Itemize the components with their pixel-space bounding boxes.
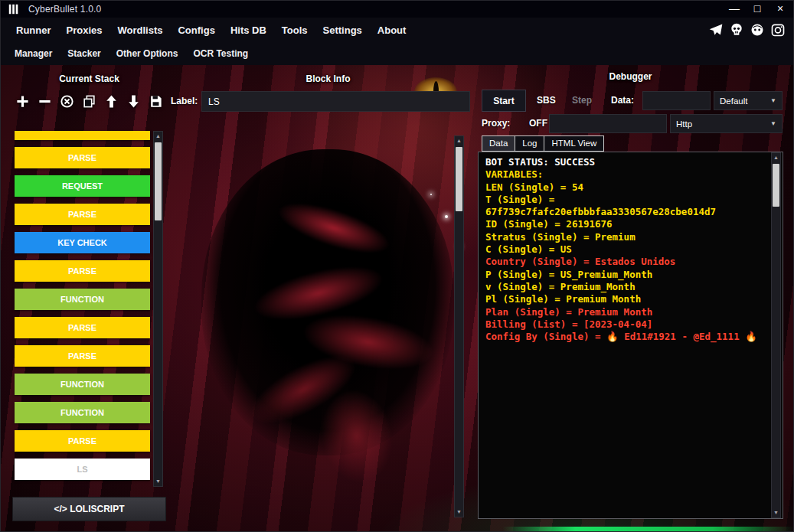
scroll-up-icon[interactable]: ▲	[455, 136, 463, 145]
tab-data[interactable]: Data	[482, 135, 515, 152]
log-line: Config By (Single) = 🔥 Ed11#1921 - @Ed_1…	[485, 331, 776, 343]
move-down-icon[interactable]	[124, 91, 142, 111]
block-info-title: Block Info	[185, 73, 472, 84]
log-line: Pl (Single) = Premium Month	[485, 293, 776, 305]
stack-block[interactable]: REQUEST	[15, 175, 150, 197]
debugger-output[interactable]: BOT STATUS: SUCCESSVARIABLES:LEN (Single…	[478, 152, 783, 519]
cyberbullet-window: CyberBullet 1.0.0 — □ × RunnerProxiesWor…	[0, 0, 794, 532]
skull-icon[interactable]	[729, 22, 744, 38]
clone-block-icon[interactable]	[80, 91, 98, 111]
scroll-down-icon[interactable]: ▼	[772, 508, 780, 517]
menu-item[interactable]: About	[370, 24, 414, 36]
tab-html-view[interactable]: HTML View	[544, 135, 604, 152]
stack-block[interactable]: KEY CHECK	[15, 232, 150, 253]
scroll-up-icon[interactable]: ▲	[154, 132, 162, 141]
discord-icon[interactable]	[750, 22, 765, 38]
app-logo-icon	[8, 3, 21, 15]
menu-item[interactable]: Hits DB	[223, 24, 274, 36]
tab-log[interactable]: Log	[515, 135, 544, 152]
debug-scrollbar[interactable]: ▲ ▼	[771, 152, 781, 518]
menu-item[interactable]: Proxies	[59, 24, 110, 36]
menu-item[interactable]: Runner	[8, 24, 59, 36]
stack-block[interactable]: PARSE	[15, 147, 150, 168]
sbs-toggle[interactable]: SBS	[537, 90, 556, 112]
log-line: v (Single) = Premium_Month	[485, 281, 776, 293]
proxy-caption: Proxy:	[482, 113, 510, 134]
save-config-icon[interactable]	[146, 91, 165, 111]
proxy-input[interactable]	[549, 114, 667, 133]
log-line: Plan (Single) = Premium Month	[485, 306, 776, 318]
stack-block[interactable]: PARSE	[15, 317, 150, 338]
proxy-type-value: Http	[676, 119, 692, 129]
stack-list: PARSEREQUESTPARSEKEY CHECKPARSEFUNCTIONP…	[15, 131, 150, 487]
stack-block[interactable]	[15, 131, 150, 140]
titlebar: CyberBullet 1.0.0 — □ ×	[1, 1, 794, 18]
log-line: Stratus (Single) = Premium	[485, 231, 776, 243]
scroll-thumb[interactable]	[773, 164, 779, 207]
remove-block-icon[interactable]	[35, 91, 54, 111]
log-line: Country (Single) = Estados Unidos	[485, 256, 776, 268]
wordlist-type-dropdown[interactable]: Default ▼	[714, 91, 783, 110]
current-stack-title: Current Stack	[15, 73, 164, 84]
data-caption: Data:	[611, 90, 634, 112]
log-line: C (Single) = US	[485, 243, 776, 256]
step-button[interactable]: Step	[572, 90, 592, 112]
log-line: LEN (Single) = 54	[485, 181, 776, 194]
debug-log: BOT STATUS: SUCCESSVARIABLES:LEN (Single…	[479, 152, 783, 343]
submenu: ManagerStackerOther OptionsOCR Testing	[1, 42, 794, 65]
scroll-thumb[interactable]	[456, 147, 462, 211]
data-input[interactable]	[642, 91, 711, 110]
block-label-input[interactable]	[201, 91, 470, 112]
window-controls: — □ ×	[723, 1, 792, 18]
stack-block[interactable]: FUNCTION	[15, 374, 150, 395]
stack-toolbar	[13, 91, 165, 111]
stack-scrollbar[interactable]: ▲ ▼	[153, 131, 163, 487]
close-button[interactable]: ×	[769, 1, 792, 18]
log-line: Billing (List) = [2023-04-04]	[485, 318, 776, 331]
telegram-icon[interactable]	[708, 22, 724, 38]
start-button[interactable]: Start	[482, 90, 526, 112]
log-line: VARIABLES:	[485, 168, 776, 181]
move-up-icon[interactable]	[102, 91, 120, 111]
scroll-thumb[interactable]	[155, 142, 162, 220]
loliscript-button[interactable]: </> LOLISCRIPT	[12, 497, 166, 521]
menubar: RunnerProxiesWordlistsConfigsHits DBTool…	[1, 18, 794, 42]
disable-block-icon[interactable]	[57, 91, 76, 111]
log-line: T (Single) =	[485, 194, 776, 206]
stack-block[interactable]: LS	[15, 459, 150, 480]
menu-items: RunnerProxiesWordlistsConfigsHits DBTool…	[1, 24, 413, 36]
add-block-icon[interactable]	[13, 91, 31, 111]
submenu-item[interactable]: Other Options	[109, 48, 186, 59]
minimize-button[interactable]: —	[723, 1, 746, 18]
window-title: CyberBullet 1.0.0	[28, 4, 101, 15]
scroll-up-icon[interactable]: ▲	[772, 153, 780, 162]
submenu-item[interactable]: Stacker	[60, 48, 108, 59]
scroll-down-icon[interactable]: ▼	[154, 477, 162, 486]
stack-block[interactable]: PARSE	[15, 260, 150, 282]
log-line: P (Single) = US_Premium_Month	[485, 269, 776, 281]
menu-item[interactable]: Configs	[170, 24, 222, 36]
stack-block[interactable]: PARSE	[15, 204, 150, 225]
maximize-button[interactable]: □	[746, 1, 769, 18]
stack-block[interactable]: FUNCTION	[15, 289, 150, 310]
log-line: 67f739c7fafc20efbbbfaa3330567e28cbe014d7	[485, 206, 776, 218]
menu-item[interactable]: Settings	[315, 24, 370, 36]
stack-block[interactable]: FUNCTION	[15, 402, 150, 423]
debugger-tabs: Data Log HTML View	[482, 135, 603, 152]
chevron-down-icon: ▼	[770, 120, 776, 127]
mask-art	[201, 149, 454, 455]
chevron-down-icon: ▼	[770, 97, 776, 104]
blockinfo-scrollbar[interactable]: ▲ ▼	[454, 135, 464, 517]
camera-icon[interactable]	[770, 22, 786, 38]
green-glow	[502, 527, 794, 532]
proxy-toggle[interactable]: OFF	[529, 113, 547, 134]
menu-item[interactable]: Tools	[274, 24, 315, 36]
scroll-down-icon[interactable]: ▼	[455, 508, 463, 517]
menu-item[interactable]: Wordlists	[109, 24, 170, 36]
stack-block[interactable]: PARSE	[15, 345, 150, 367]
stack-block[interactable]: PARSE	[15, 430, 150, 452]
submenu-item[interactable]: OCR Testing	[185, 48, 256, 59]
log-line: ID (Single) = 26191676	[485, 218, 776, 230]
submenu-item[interactable]: Manager	[7, 48, 60, 59]
proxy-type-dropdown[interactable]: Http ▼	[670, 114, 783, 133]
